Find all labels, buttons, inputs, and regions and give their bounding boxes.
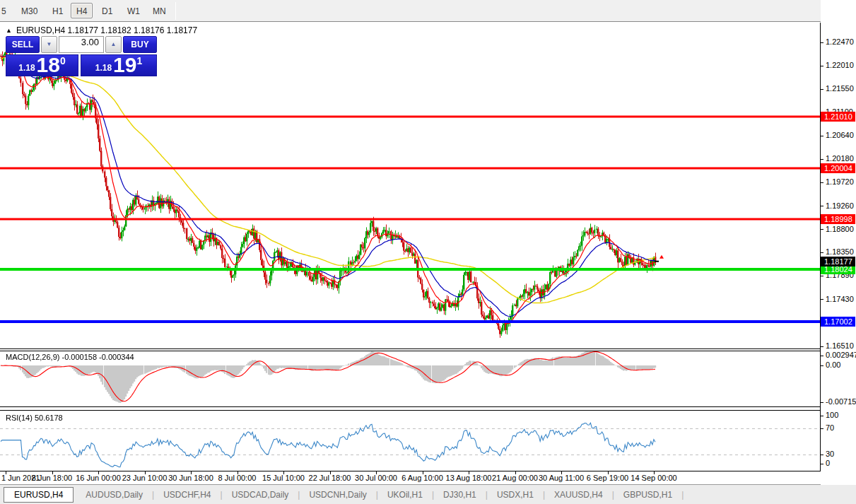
chart-tabs-bar: EURUSD,H4AUDUSD,Daily|USDCHF,H4|USDCAD,D… — [0, 485, 856, 504]
rsi-tick-label: 70 — [826, 423, 834, 432]
time-axis-label: 21 Aug 00:00 — [492, 474, 538, 482]
one-click-trading-panel: SELL ▼ 3.00 ▲ BUY 1.18 18 0 1.18 19 1 — [6, 36, 157, 76]
time-axis-label: 8 Jul 00:00 — [218, 474, 257, 482]
time-axis-label: 30 Jul 00:00 — [355, 474, 397, 482]
sell-price-big: 18 — [37, 55, 60, 75]
time-axis-bottom-border — [0, 484, 856, 485]
tab-xauusd-h4[interactable]: XAUUSD,H4 — [545, 487, 612, 503]
tab-usdcad-daily[interactable]: USDCAD,Daily — [223, 487, 298, 503]
time-axis-label: 22 Jul 18:00 — [309, 474, 351, 482]
volume-increase-button[interactable]: ▲ — [105, 36, 122, 53]
trade-panel-controls: SELL ▼ 3.00 ▲ BUY — [6, 36, 157, 53]
buy-price-sup: 1 — [136, 55, 142, 66]
macd-tick-dash — [821, 356, 823, 356]
price-tick-dash — [821, 206, 823, 206]
price-tick-dash — [821, 229, 823, 230]
macd-tick-label: 0.00 — [826, 361, 840, 369]
price-tick-dash — [821, 89, 823, 90]
time-axis-label: 15 Jul 10:00 — [262, 474, 305, 482]
rsi-tick-label: 30 — [826, 450, 834, 458]
time-axis-label: 6 Aug 10:00 — [401, 474, 443, 482]
sell-price-display[interactable]: 1.18 18 0 — [6, 54, 78, 76]
toolbar-timeframe-m30[interactable]: M30 — [16, 3, 43, 18]
toolbar-timeframe-w1[interactable]: W1 — [122, 3, 146, 18]
macd-tick-dash — [821, 365, 823, 366]
hline-price-label: 1.21010 — [821, 112, 855, 122]
chart-ohlc-text: EURUSD,H4 1.18177 1.18182 1.18176 1.1817… — [16, 25, 197, 35]
price-tick-label: 1.17430 — [826, 295, 854, 303]
price-tick-label: 1.19260 — [826, 201, 854, 210]
price-tick-label: 1.18800 — [826, 225, 854, 233]
time-axis-label: 14 Sep 00:00 — [631, 474, 676, 482]
price-tick-label: 1.22470 — [826, 37, 854, 46]
price-tick-label: 1.22010 — [826, 61, 854, 69]
rsi-tick-dash — [821, 428, 823, 429]
hline-price-label: 1.17002 — [821, 317, 855, 327]
time-axis-label: 30 Aug 11:00 — [539, 474, 584, 482]
rsi-label: RSI(14) 50.6178 — [6, 414, 63, 422]
buy-price-display[interactable]: 1.18 19 1 — [81, 54, 157, 76]
tab-usdchf-h4[interactable]: USDCHF,H4 — [154, 487, 220, 503]
timeframe-toolbar: 5M30H1H4D1W1MN — [0, 0, 856, 22]
price-tick-label: 1.18350 — [826, 247, 854, 256]
toolbar-timeframe-mn[interactable]: MN — [147, 3, 172, 18]
tab-eurusd-h4[interactable]: EURUSD,H4 — [4, 487, 74, 503]
price-tick-dash — [821, 66, 823, 66]
rsi-tick-dash — [821, 455, 823, 455]
time-axis-label: 6 Sep 19:00 — [587, 474, 628, 482]
sell-price-small: 1.18 — [18, 63, 35, 73]
price-axis[interactable]: 1.224701.220101.215501.211001.206401.201… — [821, 0, 856, 485]
time-axis-label: 8 Jun 18:00 — [32, 474, 73, 482]
sell-button[interactable]: SELL — [6, 36, 40, 53]
macd-tick-label: 0.002947 — [826, 351, 856, 359]
buy-price-small: 1.18 — [95, 63, 112, 73]
tab-usdcnh-daily[interactable]: USDCNH,Daily — [300, 487, 375, 503]
toolbar-separator — [175, 2, 176, 20]
time-axis-label: 13 Aug 18:00 — [446, 474, 492, 482]
toolbar-timeframe-h4[interactable]: H4 — [71, 3, 93, 18]
tab-ukoil-h1[interactable]: UKOil,H1 — [378, 487, 432, 503]
time-axis-label: 30 Jun 18:00 — [168, 474, 213, 482]
price-tick-label: 1.19720 — [826, 177, 854, 186]
rsi-tick-dash — [821, 464, 823, 464]
price-tick-label: 1.16510 — [826, 341, 854, 350]
price-tick-dash — [821, 136, 823, 136]
bid-price-label: 1.18177 — [821, 257, 855, 266]
mt4-window: 5M30H1H4D1W1MN ▲EURUSD,H4 1.18177 1.1818… — [0, 0, 856, 504]
toolbar-timeframe-h1[interactable]: H1 — [47, 3, 69, 18]
rsi-tick-label: 0 — [826, 459, 830, 467]
toolbar-timeframe-d1[interactable]: D1 — [96, 3, 118, 18]
toolbar-timeframe-5[interactable]: 5 — [0, 3, 12, 18]
tab-dj30-h1[interactable]: DJ30,H1 — [434, 487, 486, 503]
tab-gbpusd-h1[interactable]: GBPUSD,H1 — [614, 487, 681, 503]
price-tick-dash — [821, 299, 823, 300]
time-axis-label: 23 Jun 10:00 — [122, 474, 168, 482]
time-axis[interactable]: 1 Jun 20218 Jun 18:0016 Jun 00:0023 Jun … — [0, 471, 821, 484]
one-click-collapse-icon[interactable]: ▲ — [6, 27, 12, 34]
macd-tick-dash — [821, 402, 823, 403]
price-chart-canvas[interactable] — [0, 23, 820, 471]
buy-price-big: 19 — [113, 55, 136, 75]
tab-usdx-h1[interactable]: USDX,H1 — [488, 487, 543, 503]
macd-pane-splitter[interactable] — [0, 348, 821, 351]
hline-price-label: 1.20004 — [821, 163, 855, 173]
chart-title-bar: ▲EURUSD,H4 1.18177 1.18182 1.18176 1.181… — [6, 25, 197, 35]
price-tick-dash — [821, 346, 823, 347]
rsi-pane-splitter[interactable] — [0, 406, 821, 411]
tab-audusd-daily[interactable]: AUDUSD,Daily — [76, 487, 152, 503]
volume-decrease-button[interactable]: ▼ — [41, 36, 57, 53]
price-tick-dash — [821, 159, 823, 160]
buy-button[interactable]: BUY — [123, 36, 157, 53]
price-tick-dash — [821, 276, 823, 276]
macd-tick-label: -0.007151 — [826, 397, 856, 406]
rsi-tick-dash — [821, 416, 823, 416]
price-tick-dash — [821, 42, 823, 43]
volume-input[interactable]: 3.00 — [59, 36, 104, 53]
price-tick-label: 1.21550 — [826, 84, 854, 93]
price-tick-dash — [821, 182, 823, 183]
tab-separator: | — [681, 490, 684, 500]
time-axis-label: 16 Jun 00:00 — [76, 474, 121, 482]
macd-label: MACD(12,26,9) -0.000158 -0.000344 — [6, 353, 134, 361]
price-tick-label: 1.20180 — [826, 154, 854, 163]
sell-price-sup: 0 — [60, 55, 66, 66]
